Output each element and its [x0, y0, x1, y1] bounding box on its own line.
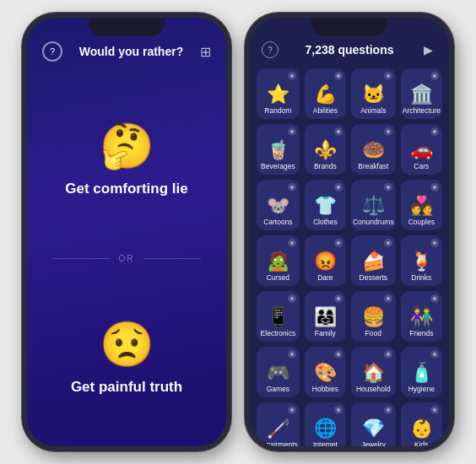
category-emoji: 😡 [314, 252, 337, 271]
help-button[interactable]: ? [42, 41, 62, 62]
category-badge [384, 294, 392, 303]
category-badge [430, 406, 439, 414]
category-item[interactable]: 😡Dare [305, 235, 346, 286]
category-item[interactable]: 🌐Internet [305, 402, 346, 446]
category-emoji: 🍔 [362, 308, 385, 326]
category-label: Internet [313, 440, 338, 446]
category-emoji: 📱 [267, 308, 289, 326]
category-item[interactable]: 🍩Breakfast [351, 124, 396, 175]
right-help-button[interactable]: ? [262, 41, 279, 58]
category-label: Cars [414, 162, 429, 170]
category-badge [334, 183, 343, 192]
category-label: Family [315, 329, 336, 337]
category-item[interactable]: 👕Clothes [305, 180, 346, 230]
category-item[interactable]: 💪Abilities [305, 68, 346, 119]
category-emoji: 🧴 [410, 364, 433, 382]
category-item[interactable]: 🍹Drinks [401, 235, 442, 286]
category-item[interactable]: 🦯Impairments [257, 402, 300, 446]
category-emoji: 🧋 [267, 141, 289, 159]
category-item[interactable]: 🍔Food [351, 291, 396, 342]
category-label: Abilities [313, 106, 338, 115]
category-item[interactable]: 👶Kids [401, 402, 442, 446]
category-item[interactable]: 🎨Hobbies [305, 347, 346, 397]
or-line-left [52, 258, 111, 259]
category-label: Breakfast [358, 162, 388, 170]
category-item[interactable]: 🧋Beverages [257, 124, 300, 175]
category-emoji: 🐭 [267, 197, 289, 215]
category-item[interactable]: 🍰Desserts [351, 235, 396, 286]
category-emoji: 🍩 [362, 141, 385, 159]
help-icon: ? [50, 46, 55, 57]
category-emoji: 🌐 [314, 419, 337, 438]
category-badge [288, 294, 296, 303]
category-emoji: 💪 [314, 85, 337, 104]
category-item[interactable]: ⚜️Brands [305, 124, 346, 175]
option-a-section[interactable]: 🤔 Get comforting lie [27, 70, 226, 249]
category-label: Animals [360, 106, 386, 115]
category-emoji: 💑 [410, 197, 433, 215]
category-badge [288, 183, 296, 192]
category-label: Beverages [261, 162, 295, 170]
category-label: Architecture [403, 106, 441, 115]
category-badge [288, 127, 296, 136]
category-item[interactable]: 🧟Cursed [257, 235, 300, 286]
category-label: Random [264, 106, 291, 115]
category-emoji: ⭐ [267, 85, 289, 104]
category-item[interactable]: ⭐Random [257, 68, 300, 119]
category-emoji: 🍹 [410, 252, 433, 271]
or-line-right [143, 258, 202, 259]
category-label: Kids [414, 440, 429, 446]
category-item[interactable]: 🐭Cartoons [257, 180, 300, 230]
category-label: Electronics [261, 329, 296, 337]
category-item[interactable]: 🎮Games [257, 347, 300, 397]
category-badge [384, 239, 392, 247]
category-badge [288, 350, 296, 359]
category-label: Food [365, 329, 381, 337]
category-label: Cartoons [263, 218, 293, 226]
category-emoji: 💎 [362, 419, 385, 438]
category-item[interactable]: 🏛️Architecture [401, 68, 442, 119]
category-emoji: ⚖️ [362, 197, 385, 215]
category-label: Friends [409, 329, 433, 337]
category-label: Dare [317, 273, 333, 282]
category-label: Household [356, 385, 391, 393]
option-b-section[interactable]: 😟 Get painful truth [27, 268, 226, 447]
right-title: 7,238 questions [305, 43, 393, 57]
category-badge [384, 406, 392, 414]
category-badge [384, 72, 392, 80]
category-badge [430, 350, 439, 359]
category-badge [334, 350, 343, 359]
category-label: Drinks [411, 273, 431, 282]
category-item[interactable]: 💎Jewelry [351, 402, 396, 446]
category-emoji: 👫 [410, 308, 433, 326]
category-item[interactable]: 🏠Household [351, 347, 396, 397]
category-badge [430, 72, 439, 80]
category-item[interactable]: 👨‍👩‍👧Family [305, 291, 346, 342]
category-label: Hygiene [408, 385, 435, 393]
category-item[interactable]: 📱Electronics [257, 291, 300, 342]
grid-icon[interactable]: ⊞ [200, 44, 211, 60]
category-badge [288, 72, 296, 80]
category-label: Impairments [258, 440, 298, 446]
category-badge [430, 239, 439, 247]
category-item[interactable]: 🚗Cars [401, 124, 442, 175]
option-b-text: Get painful truth [71, 379, 182, 396]
category-item[interactable]: 💑Couples [401, 180, 442, 230]
category-badge [288, 239, 296, 247]
category-emoji: 🎮 [267, 364, 289, 382]
category-label: Brands [314, 162, 337, 170]
category-badge [288, 406, 296, 414]
category-label: Games [267, 385, 289, 393]
play-button[interactable]: ▶ [420, 41, 437, 58]
category-badge [384, 350, 392, 359]
category-emoji: ⚜️ [314, 141, 337, 159]
category-item[interactable]: 🐱Animals [351, 68, 396, 119]
category-item[interactable]: ⚖️Conundrums [351, 180, 396, 230]
category-item[interactable]: 👫Friends [401, 291, 442, 342]
category-emoji: 👕 [314, 197, 337, 215]
category-emoji: 🦯 [267, 419, 289, 438]
notch [89, 18, 165, 36]
category-item[interactable]: 🧴Hygiene [401, 347, 442, 397]
category-label: Couples [408, 218, 435, 226]
category-badge [384, 127, 392, 136]
